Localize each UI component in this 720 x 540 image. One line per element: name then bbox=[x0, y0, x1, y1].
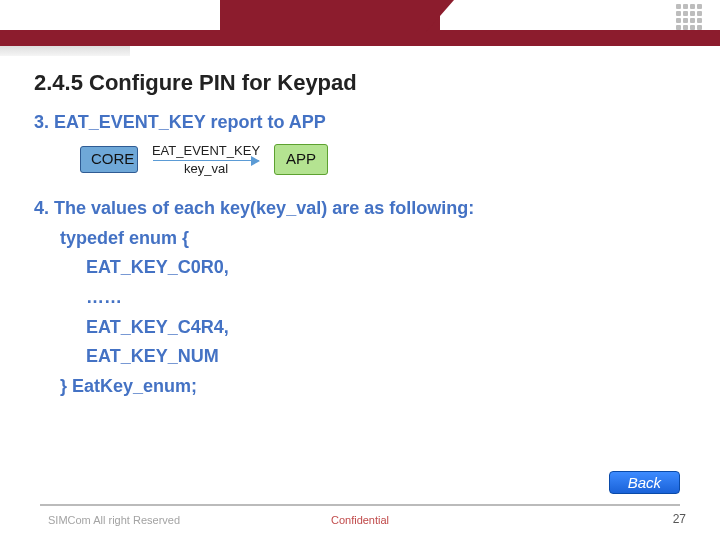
section-title: 2.4.5 Configure PIN for Keypad bbox=[34, 70, 357, 96]
arrow-group: EAT_EVENT_KEY key_val bbox=[146, 143, 266, 176]
code-line: } EatKey_enum; bbox=[34, 372, 686, 402]
back-button[interactable]: Back bbox=[609, 471, 680, 494]
header-parallelogram bbox=[426, 0, 454, 32]
core-box: CORE bbox=[80, 146, 138, 173]
event-diagram: CORE EAT_EVENT_KEY key_val APP bbox=[80, 143, 686, 176]
code-line: EAT_KEY_C4R4, bbox=[34, 313, 686, 343]
code-line: EAT_KEY_C0R0, bbox=[34, 253, 686, 283]
app-box: APP bbox=[274, 144, 328, 175]
step4-block: 4. The values of each key(key_val) are a… bbox=[34, 194, 686, 402]
arrow-label-top: EAT_EVENT_KEY bbox=[152, 143, 260, 158]
header-bar bbox=[0, 30, 720, 46]
decorative-dots-icon bbox=[676, 4, 702, 30]
code-line: …… bbox=[34, 283, 686, 313]
header-shape bbox=[220, 0, 440, 32]
footer-confidential: Confidential bbox=[0, 514, 720, 526]
arrow-label-bottom: key_val bbox=[184, 161, 228, 176]
footer-divider bbox=[40, 504, 680, 506]
code-line: EAT_KEY_NUM bbox=[34, 342, 686, 372]
code-line: typedef enum { bbox=[34, 224, 686, 254]
page-number: 27 bbox=[673, 512, 686, 526]
step4-heading: 4. The values of each key(key_val) are a… bbox=[34, 198, 474, 218]
arrow-right-icon bbox=[153, 160, 259, 161]
step3-heading: 3. EAT_EVENT_KEY report to APP bbox=[34, 112, 686, 133]
